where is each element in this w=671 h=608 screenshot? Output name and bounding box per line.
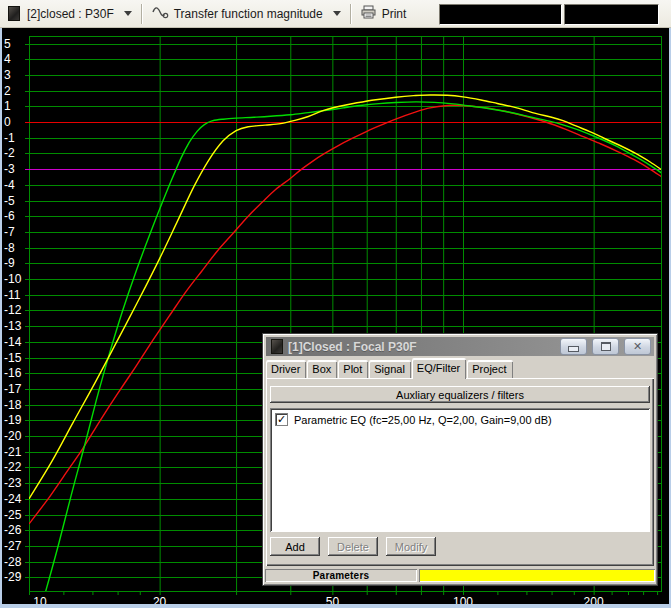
y-axis-label: -29 — [4, 570, 22, 584]
y-axis-label: -19 — [4, 413, 22, 427]
dialog-title: [1]Closed : Focal P30F — [288, 340, 560, 354]
y-axis-label: 4 — [4, 52, 11, 66]
y-axis-label: -18 — [4, 398, 22, 412]
y-axis-label: -22 — [4, 460, 22, 474]
tab-plot[interactable]: Plot — [338, 360, 368, 378]
auxiliary-equalizers-button[interactable]: Auxliary equalizers / filters — [270, 386, 650, 403]
window-frame-bottom — [0, 604, 671, 608]
dialog-icon — [271, 339, 283, 354]
printer-icon — [361, 5, 377, 22]
y-axis-label: -11 — [4, 288, 21, 302]
plot-type-label: Transfer function magnitude — [174, 7, 323, 21]
tab-driver[interactable]: Driver — [266, 360, 306, 378]
project-selector-label: [2]closed : P30F — [27, 7, 114, 21]
filter-list-item[interactable]: ✓ Parametric EQ (fc=25,00 Hz, Q=2,00, Ga… — [273, 412, 647, 427]
eq-filter-dialog: [1]Closed : Focal P30F ✕ Driver Box Plot… — [262, 333, 658, 586]
maximize-button[interactable] — [592, 338, 619, 355]
y-axis-label: -16 — [4, 366, 22, 380]
status-display-left — [439, 4, 562, 25]
modify-button[interactable]: Modify — [386, 537, 436, 556]
y-axis-label: 0 — [4, 115, 11, 129]
toolbar: [2]closed : P30F Transfer function magni… — [0, 0, 671, 28]
add-button[interactable]: Add — [270, 537, 320, 556]
project-icon — [8, 6, 20, 21]
y-axis-label: -21 — [4, 445, 22, 459]
sine-wave-icon — [152, 6, 169, 22]
filter-listbox[interactable]: ✓ Parametric EQ (fc=25,00 Hz, Q=2,00, Ga… — [270, 408, 650, 532]
y-axis-label: -3 — [4, 162, 15, 176]
y-axis-label: 5 — [4, 37, 11, 51]
project-selector[interactable]: [2]closed : P30F — [0, 2, 138, 25]
y-axis-label: -2 — [4, 146, 15, 160]
y-axis-label: -1 — [4, 131, 15, 145]
status-parameters-panel: Parameters — [265, 569, 417, 582]
y-axis-label: -25 — [4, 508, 22, 522]
plot-type-selector[interactable]: Transfer function magnitude — [146, 2, 347, 25]
dialog-titlebar[interactable]: [1]Closed : Focal P30F ✕ — [266, 337, 654, 356]
status-display-right — [564, 4, 659, 25]
print-label: Print — [382, 7, 407, 21]
tab-box[interactable]: Box — [307, 360, 337, 378]
eq-filter-tabpage: Auxliary equalizers / filters ✓ Parametr… — [266, 378, 654, 566]
y-axis-label: -10 — [4, 272, 22, 286]
filter-item-label: Parametric EQ (fc=25,00 Hz, Q=2,00, Gain… — [294, 414, 552, 426]
y-axis-label: -26 — [4, 523, 22, 537]
y-axis-label: -14 — [4, 335, 22, 349]
y-axis-label: -23 — [4, 476, 22, 490]
y-axis-label: 1 — [4, 99, 11, 113]
chevron-down-icon — [333, 11, 341, 16]
y-axis-label: -7 — [4, 225, 15, 239]
y-axis-label: -28 — [4, 555, 22, 569]
toolbar-displays — [439, 4, 659, 25]
minimize-button[interactable] — [560, 338, 587, 355]
dialog-statusbar: Parameters — [265, 569, 655, 583]
toolbar-separator — [350, 4, 352, 24]
y-axis-label: -20 — [4, 429, 22, 443]
toolbar-separator — [141, 4, 143, 24]
y-axis-label: 2 — [4, 84, 11, 98]
y-axis-label: -15 — [4, 351, 22, 365]
y-axis-label: -5 — [4, 194, 15, 208]
y-axis-label: -8 — [4, 241, 15, 255]
filter-checkbox[interactable]: ✓ — [275, 413, 288, 426]
y-axis-label: 3 — [4, 68, 11, 82]
tab-project[interactable]: Project — [467, 360, 512, 378]
minimize-icon — [568, 346, 579, 352]
status-progress-panel — [419, 569, 655, 582]
delete-button[interactable]: Delete — [328, 537, 378, 556]
close-icon: ✕ — [633, 341, 642, 352]
chevron-down-icon — [124, 11, 132, 16]
y-axis-label: -13 — [4, 319, 22, 333]
y-axis-label: -4 — [4, 178, 15, 192]
y-axis-label: -12 — [4, 303, 22, 317]
print-button[interactable]: Print — [355, 2, 413, 25]
close-button[interactable]: ✕ — [624, 338, 651, 355]
tab-eq-filter[interactable]: EQ/Filter — [412, 358, 466, 379]
window-frame-left — [0, 27, 2, 608]
y-axis-label: -27 — [4, 539, 22, 553]
tab-signal[interactable]: Signal — [369, 360, 411, 378]
y-axis-label: -9 — [4, 256, 15, 270]
y-axis-label: -24 — [4, 492, 22, 506]
maximize-icon — [601, 342, 611, 351]
y-axis-label: -6 — [4, 209, 15, 223]
dialog-tabstrip: Driver Box Plot Signal EQ/Filter Project — [266, 358, 654, 378]
y-axis-label: -17 — [4, 382, 22, 396]
